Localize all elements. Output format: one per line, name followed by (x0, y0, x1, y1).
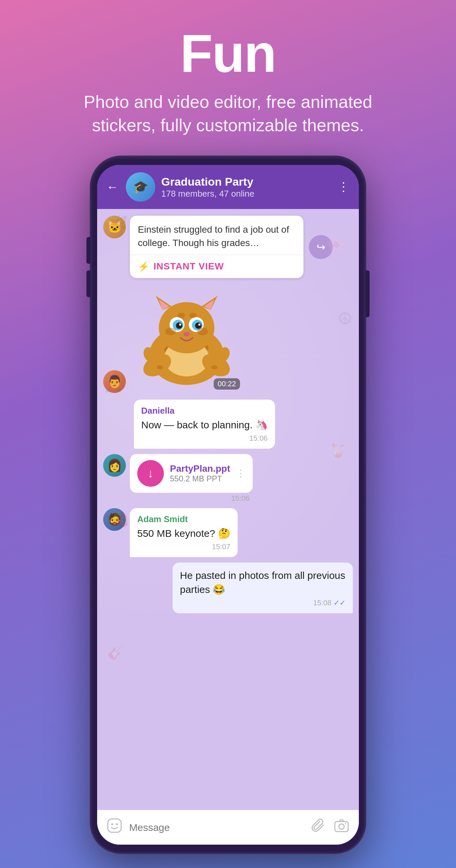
self-time: 15:08 ✓✓ (180, 598, 345, 607)
download-button[interactable]: ↓ (137, 460, 164, 487)
sender-avatar-man: 👨 (103, 370, 126, 393)
self-message-row: He pasted in photos from all previous pa… (103, 562, 353, 613)
svg-point-17 (195, 322, 202, 329)
chat-body: 🦋 🌸 ☮ 🌺 🍹 🍓 🪣 🎸 🐱 Einstein struggled to … (97, 209, 359, 810)
file-name: PartyPlan.ppt (170, 463, 230, 474)
chat-header-info: Graduation Party 178 members, 47 online (161, 175, 332, 199)
file-info: PartyPlan.ppt 550.2 MB PPT (170, 463, 230, 484)
right-icons (311, 817, 349, 837)
svg-point-35 (339, 824, 344, 829)
file-time: 15:06 (130, 494, 253, 503)
file-more-icon[interactable]: ⋮ (236, 468, 245, 479)
svg-point-16 (176, 322, 182, 329)
sticker-image: 00:22 (130, 286, 243, 393)
link-message-row: 🐱 Einstein struggled to find a job out o… (103, 216, 353, 278)
svg-rect-34 (335, 822, 348, 832)
group-name: Graduation Party (161, 175, 332, 189)
svg-point-30 (211, 365, 218, 370)
adam-sender: Adam Smidt (137, 514, 230, 524)
back-button[interactable]: ← (107, 180, 119, 194)
self-text: He pasted in photos from all previous pa… (180, 568, 345, 597)
adam-time: 15:07 (137, 542, 230, 551)
phone-screen: ← 🎓 Graduation Party 178 members, 47 onl… (97, 165, 359, 845)
sender-avatar-woman: 👩 (103, 454, 126, 477)
leopard-sticker-svg (133, 286, 240, 393)
message-input[interactable] (129, 822, 304, 833)
chat-header: ← 🎓 Graduation Party 178 members, 47 onl… (97, 165, 359, 209)
svg-point-23 (178, 313, 185, 318)
adam-bubble: Adam Smidt 550 MB keynote? 🤔 15:07 (130, 508, 238, 557)
daniella-message-row: Daniella Now — back to planning. 🦄 15:06 (103, 400, 353, 449)
link-bubble: Einstein struggled to find a job out of … (130, 216, 303, 278)
file-size: 550.2 MB PPT (170, 474, 230, 484)
file-bubble: ↓ PartyPlan.ppt 550.2 MB PPT ⋮ (130, 454, 253, 493)
phone-frame: ← 🎓 Graduation Party 178 members, 47 onl… (91, 157, 365, 852)
sticker-time: 00:22 (214, 378, 240, 390)
attach-button[interactable] (311, 817, 327, 837)
svg-point-36 (345, 823, 346, 824)
svg-rect-31 (108, 819, 121, 832)
check-marks: ✓✓ (333, 598, 345, 607)
link-text: Einstein struggled to find a job out of … (130, 216, 303, 254)
camera-button[interactable] (333, 817, 349, 837)
phone-wrapper: ← 🎓 Graduation Party 178 members, 47 onl… (91, 157, 365, 852)
svg-point-20 (183, 332, 190, 336)
sticker-button[interactable] (107, 817, 123, 837)
daniella-bubble: Daniella Now — back to planning. 🦄 15:06 (134, 400, 275, 449)
doodle: 🎸 (107, 643, 125, 660)
avatar-inner: 🎓 (126, 172, 155, 202)
adam-text: 550 MB keynote? 🤔 (137, 526, 230, 540)
instant-view-button[interactable]: ⚡ INSTANT VIEW (130, 255, 303, 278)
forward-button[interactable]: ↪ (309, 235, 333, 259)
more-button[interactable]: ⋮ (337, 180, 349, 194)
daniella-text: Now — back to planning. 🦄 (141, 418, 268, 432)
svg-point-7 (159, 302, 214, 353)
sender-avatar-cat: 🐱 (103, 216, 126, 238)
group-meta: 178 members, 47 online (161, 189, 332, 199)
svg-point-32 (111, 823, 113, 825)
svg-point-21 (165, 328, 176, 335)
lightning-icon: ⚡ (138, 261, 150, 272)
svg-point-29 (157, 365, 163, 370)
page-title: Fun (0, 27, 456, 80)
adam-message-row: 🧔 Adam Smidt 550 MB keynote? 🤔 15:07 (103, 508, 353, 557)
svg-point-19 (198, 323, 200, 326)
header-section: Fun Photo and video editor, free animate… (0, 0, 456, 157)
group-avatar: 🎓 (126, 172, 155, 202)
svg-point-18 (179, 323, 181, 326)
sticker-row: 👨 (103, 286, 353, 393)
sender-avatar-bearded: 🧔 (103, 508, 126, 531)
self-bubble: He pasted in photos from all previous pa… (173, 562, 353, 613)
svg-point-33 (116, 823, 118, 825)
instant-view-label: INSTANT VIEW (154, 261, 224, 272)
svg-point-24 (189, 313, 196, 318)
daniella-time: 15:06 (141, 434, 268, 443)
bottom-bar (97, 810, 359, 845)
svg-point-22 (197, 328, 208, 335)
page-subtitle: Photo and video editor, free animated st… (78, 90, 378, 137)
file-message-row: 👩 ↓ PartyPlan.ppt 550.2 MB PPT ⋮ 15:06 (103, 454, 353, 503)
daniella-sender: Daniella (141, 406, 268, 416)
